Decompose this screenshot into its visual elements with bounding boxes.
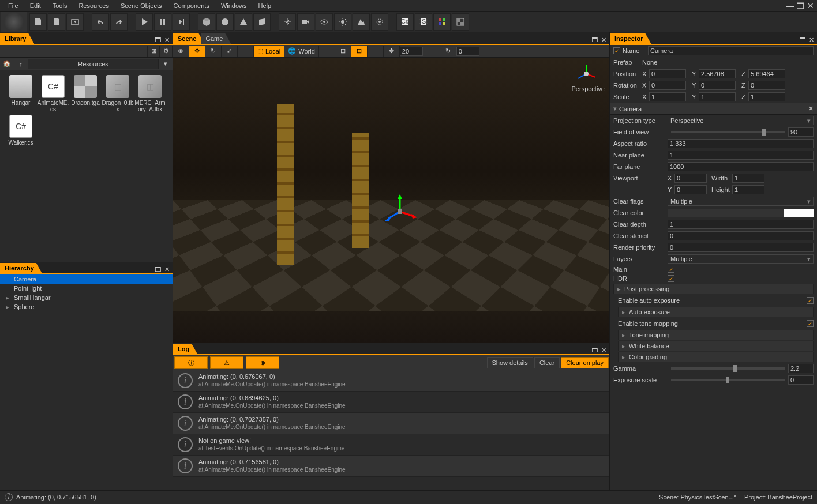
create-quad-button[interactable] — [253, 13, 271, 31]
remove-component-icon[interactable]: ✕ — [808, 105, 814, 112]
snap-rotate-value[interactable] — [456, 47, 479, 56]
snap-move-value[interactable] — [400, 47, 423, 56]
create-reflection-button[interactable] — [371, 13, 388, 31]
whitebalance-foldout[interactable]: White balance — [618, 341, 814, 351]
library-close-button[interactable]: ⊠ — [147, 46, 160, 57]
redo-button[interactable] — [110, 13, 128, 31]
main-checkbox[interactable] — [668, 266, 674, 273]
pivot-local-button[interactable]: ⊞ — [351, 46, 368, 57]
pivot-center-button[interactable]: ⊡ — [335, 46, 351, 57]
create-cube-button[interactable] — [198, 13, 215, 31]
rotation-y-input[interactable] — [699, 81, 736, 90]
undo-button[interactable] — [92, 13, 109, 31]
viewport-w-input[interactable] — [732, 174, 764, 183]
clearcolor-swatch[interactable] — [668, 209, 814, 217]
clearflags-dropdown[interactable]: Multiple — [668, 197, 814, 206]
clearstencil-input[interactable] — [668, 231, 814, 240]
gamma-slider[interactable] — [671, 367, 785, 370]
viewport-y-input[interactable] — [674, 185, 707, 194]
viewport-h-input[interactable] — [732, 185, 764, 194]
log-entry[interactable]: iAnimating: (0, 0.7156581, 0)at AnimateM… — [173, 456, 609, 477]
create-camera-button[interactable] — [297, 13, 314, 31]
menu-resources[interactable]: Resources — [73, 1, 115, 10]
position-x-input[interactable] — [649, 69, 686, 78]
log-filter-error-button[interactable]: ⊗ — [246, 356, 279, 369]
scale-tool-button[interactable]: ⤢ — [222, 46, 238, 57]
new-material-button[interactable] — [452, 13, 469, 31]
hierarchy-item[interactable]: ▸SmallHangar — [0, 293, 173, 302]
tab-close-icon[interactable]: ✕ — [808, 36, 815, 44]
layers-dropdown[interactable]: Multiple — [668, 254, 814, 264]
panel-maximize-icon[interactable]: 🗖 — [799, 36, 805, 44]
tab-scene[interactable]: Scene — [173, 33, 204, 44]
tab-hierarchy[interactable]: Hierarchy — [0, 263, 42, 273]
log-filter-info-button[interactable]: ⓘ — [174, 356, 208, 369]
hierarchy-item[interactable]: Camera — [0, 274, 173, 284]
tonemapping-foldout[interactable]: Tone mapping — [618, 330, 814, 340]
step-button[interactable] — [173, 13, 190, 31]
hierarchy-tree[interactable]: CameraPoint light▸SmallHangar▸Sphere — [0, 274, 173, 490]
show-details-button[interactable]: Show details — [487, 357, 533, 368]
panel-maximize-icon[interactable]: 🗖 — [154, 266, 161, 273]
exposure-slider[interactable] — [671, 379, 785, 381]
panel-maximize-icon[interactable]: 🗖 — [591, 347, 598, 354]
rotation-x-input[interactable] — [649, 81, 686, 90]
panel-maximize-icon[interactable]: 🗖 — [591, 36, 598, 44]
viewport-x-input[interactable] — [674, 174, 707, 183]
window-maximize-icon[interactable]: 🗖 — [796, 2, 804, 10]
projection-type-dropdown[interactable]: Perspective — [668, 116, 814, 125]
up-folder-icon[interactable]: ↑ — [14, 61, 28, 67]
create-light-button[interactable] — [334, 13, 351, 31]
clear-log-button[interactable]: Clear — [534, 357, 560, 368]
asset-item[interactable]: Dragon.tga — [69, 75, 102, 112]
camera-section-header[interactable]: ▾Camera ✕ — [610, 103, 817, 115]
tab-inspector[interactable]: Inspector — [610, 33, 651, 44]
scale-z-input[interactable] — [748, 92, 785, 101]
pause-button[interactable] — [154, 13, 171, 31]
window-close-icon[interactable]: ✕ — [807, 2, 815, 10]
cleardepth-input[interactable] — [668, 220, 814, 229]
create-cone-button[interactable] — [235, 13, 252, 31]
asset-item[interactable]: ◫MERC_Armory_A.fbx — [134, 75, 166, 112]
library-options-button[interactable]: ⚙ — [160, 46, 173, 57]
position-y-input[interactable] — [699, 69, 736, 78]
tab-game[interactable]: Game — [201, 33, 231, 44]
coord-local-button[interactable]: ⬚ Local — [254, 46, 284, 57]
transform-gizmo[interactable] — [383, 194, 417, 229]
tab-log[interactable]: Log — [173, 344, 197, 354]
menu-scene-objects[interactable]: Scene Objects — [115, 1, 168, 10]
scale-x-input[interactable] — [649, 92, 686, 101]
asset-item[interactable]: C#AnimateME.cs — [37, 75, 69, 112]
autoexposure-checkbox[interactable] — [807, 297, 814, 304]
open-project-button[interactable] — [66, 13, 84, 31]
log-entry[interactable]: iAnimating: (0, 0.676067, 0)at AnimateMe… — [173, 370, 609, 392]
save-scene-button[interactable] — [29, 13, 47, 31]
create-empty-button[interactable] — [279, 13, 296, 31]
log-entry[interactable]: iAnimating: (0, 0.6894625, 0)at AnimateM… — [173, 392, 609, 413]
tab-close-icon[interactable]: ✕ — [163, 266, 170, 273]
menu-tools[interactable]: Tools — [47, 1, 73, 10]
menu-components[interactable]: Components — [168, 1, 215, 10]
far-input[interactable] — [668, 162, 814, 171]
scale-y-input[interactable] — [699, 92, 736, 101]
create-decal-button[interactable] — [353, 13, 370, 31]
library-path-dropdown[interactable]: ▾ — [159, 60, 173, 67]
rotation-z-input[interactable] — [748, 81, 785, 90]
log-entry[interactable]: iAnimating: (0, 0.7027357, 0)at AnimateM… — [173, 413, 609, 434]
aspect-input[interactable] — [668, 139, 814, 148]
hierarchy-item[interactable]: Point light — [0, 284, 173, 293]
toggle-visibility-button[interactable] — [316, 13, 333, 31]
object-name-input[interactable] — [648, 46, 814, 55]
object-enabled-checkbox[interactable] — [613, 47, 620, 54]
autoexposure-foldout[interactable]: Auto exposure — [618, 307, 814, 317]
rotate-tool-button[interactable]: ↻ — [205, 46, 222, 57]
menu-windows[interactable]: Windows — [215, 1, 253, 10]
log-filter-warning-button[interactable]: ⚠ — [210, 356, 243, 369]
asset-item[interactable]: ◫Dragon_0.fbx — [102, 75, 134, 112]
tab-close-icon[interactable]: ✕ — [600, 347, 607, 354]
scene-viewport[interactable]: Perspective — [173, 58, 609, 343]
panel-maximize-icon[interactable]: 🗖 — [154, 36, 161, 44]
postprocessing-foldout[interactable]: Post processing — [613, 284, 814, 294]
new-cs-script-button[interactable]: C# — [396, 13, 414, 31]
near-input[interactable] — [668, 151, 814, 160]
